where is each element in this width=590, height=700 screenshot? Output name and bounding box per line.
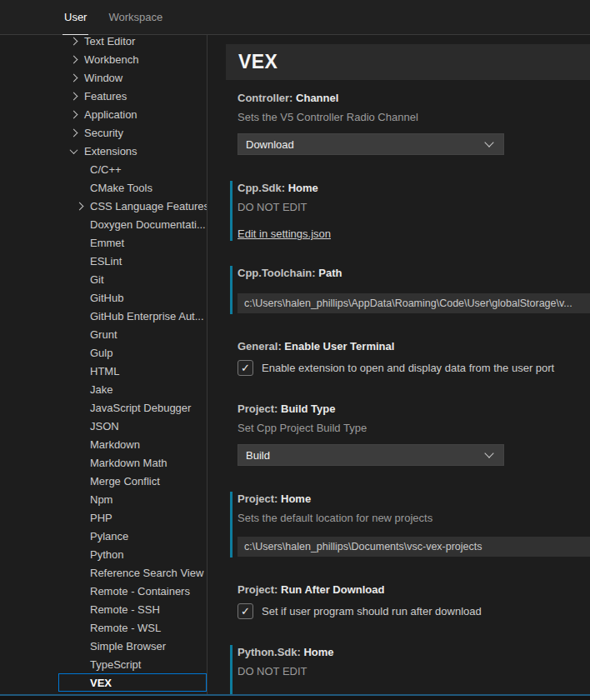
toc-item-jake[interactable]: Jake: [58, 380, 207, 398]
toc-item-php[interactable]: PHP: [58, 508, 207, 527]
setting-checkbox-row-project-run-after-download[interactable]: ✓Set if user program should run after do…: [238, 603, 590, 619]
page-title: VEX: [238, 51, 278, 73]
toc-item-javascript-debugger[interactable]: JavaScript Debugger: [58, 398, 207, 417]
toc-item-label: Jake: [90, 383, 112, 396]
toc-item-label: JavaScript Debugger: [90, 402, 191, 414]
setting-title: Python.Sdk: Home: [238, 646, 590, 658]
toc-item-label: Remote - WSL: [90, 622, 161, 634]
toc-item-label: CMake Tools: [90, 182, 152, 194]
toc-item-grunt[interactable]: Grunt: [58, 325, 207, 343]
toc-item-merge-conflict[interactable]: Merge Conflict: [58, 472, 207, 490]
toc-item-reference-search-view[interactable]: Reference Search View: [58, 563, 207, 582]
setting-general-enable-user-terminal: General: Enable User Terminal✓Enable ext…: [208, 335, 590, 381]
setting-name: Run After Download: [281, 583, 384, 596]
setting-name: Home: [303, 646, 333, 658]
checkbox-checked-icon[interactable]: ✓: [238, 603, 253, 619]
chevron-right-icon[interactable]: [70, 128, 78, 137]
toc-item-label: Npm: [90, 493, 112, 506]
setting-input-cpp-toolchain-path[interactable]: [238, 293, 590, 313]
toc-item-git[interactable]: Git: [58, 270, 207, 288]
toc-item-workbench[interactable]: Workbench: [58, 50, 207, 68]
toc-item-json[interactable]: JSON: [58, 417, 207, 435]
chevron-right-icon[interactable]: [70, 92, 78, 100]
setting-dropdown-controller-channel[interactable]: Download: [238, 133, 504, 155]
toc-item-simple-browser[interactable]: Simple Browser: [58, 637, 207, 655]
setting-category: Project:: [238, 402, 281, 415]
setting-cpp-sdk-home: Cpp.Sdk: HomeDO NOT EDITEdit in settings…: [208, 177, 590, 245]
toc-item-vex[interactable]: VEX: [58, 673, 207, 692]
toc-item-github[interactable]: GitHub: [58, 288, 207, 307]
toc-item-html[interactable]: HTML: [58, 362, 207, 380]
settings-toc: Text EditorWorkbenchWindowFeaturesApplic…: [0, 35, 208, 700]
toc-item-application[interactable]: Application: [58, 105, 207, 123]
dropdown-value: Download: [246, 138, 294, 151]
setting-name: Build Type: [281, 402, 335, 415]
toc-item-python[interactable]: Python: [58, 545, 207, 563]
chevron-right-icon[interactable]: [70, 37, 78, 45]
chevron-right-icon[interactable]: [70, 55, 78, 63]
chevron-right-icon[interactable]: [70, 110, 78, 118]
setting-title: Project: Home: [238, 492, 590, 505]
checkbox-label: Enable extension to open and display dat…: [262, 362, 554, 374]
setting-project-run-after-download: Project: Run After Download✓Set if user …: [208, 578, 590, 624]
checkbox-checked-icon[interactable]: ✓: [238, 360, 253, 376]
setting-input-project-home[interactable]: [238, 537, 590, 557]
toc-item-label: Simple Browser: [90, 640, 166, 652]
setting-category: Cpp.Toolchain:: [238, 267, 318, 279]
toc-item-extensions[interactable]: Extensions: [58, 142, 207, 160]
edit-in-settings-json-link-cpp-sdk-home[interactable]: Edit in settings.json: [238, 228, 331, 240]
tab-user[interactable]: User: [62, 0, 88, 35]
toc-item-remote-containers[interactable]: Remote - Containers: [58, 582, 207, 600]
chevron-right-icon[interactable]: [76, 202, 84, 210]
toc-item-cmake-tools[interactable]: CMake Tools: [58, 178, 207, 197]
toc-item-label: Gulp: [90, 347, 112, 359]
toc-item-window[interactable]: Window: [58, 68, 207, 87]
toc-item-remote-ssh[interactable]: Remote - SSH: [58, 600, 207, 618]
toc-item-pylance[interactable]: Pylance: [58, 527, 207, 545]
chevron-right-icon[interactable]: [70, 73, 78, 82]
toc-item-emmet[interactable]: Emmet: [58, 233, 207, 252]
setting-dropdown-project-build-type[interactable]: Build: [238, 444, 504, 466]
toc-item-markdown-math[interactable]: Markdown Math: [58, 453, 207, 472]
setting-checkbox-row-general-enable-user-terminal[interactable]: ✓Enable extension to open and display da…: [238, 360, 590, 376]
toc-item-text-editor[interactable]: Text Editor: [58, 35, 207, 50]
toc-item-markdown[interactable]: Markdown: [58, 435, 207, 453]
tab-workspace[interactable]: Workspace: [107, 0, 164, 35]
chevron-down-icon[interactable]: [484, 138, 493, 147]
toc-item-security[interactable]: Security: [58, 123, 207, 142]
chevron-down-icon[interactable]: [70, 146, 78, 154]
toc-item-label: Remote - Containers: [90, 585, 190, 598]
toc-item-typescript[interactable]: TypeScript: [58, 655, 207, 673]
toc-item-eslint[interactable]: ESLint: [58, 252, 207, 270]
toc-item-label: VEX: [90, 677, 112, 689]
setting-title: Cpp.Sdk: Home: [238, 182, 590, 194]
setting-name: Enable User Terminal: [284, 340, 394, 352]
setting-cpp-toolchain-path: Cpp.Toolchain: Path: [208, 262, 590, 318]
toc-item-label: PHP: [90, 512, 112, 524]
toc-item-label: Markdown: [90, 438, 140, 451]
toc-item-label: Window: [84, 72, 122, 84]
toc-item-doxygen-documentati[interactable]: Doxygen Documentati...: [58, 215, 207, 233]
setting-controller-channel: Controller: ChannelSets the V5 Controlle…: [208, 87, 590, 160]
toc-item-css-language-features[interactable]: CSS Language Features: [58, 197, 207, 215]
setting-project-build-type: Project: Build TypeSet Cpp Project Build…: [208, 398, 590, 471]
toc-item-label: JSON: [90, 420, 119, 432]
toc-item-github-enterprise-aut[interactable]: GitHub Enterprise Aut...: [58, 307, 207, 325]
toc-item-label: Application: [84, 108, 138, 121]
setting-name: Home: [281, 492, 311, 505]
settings-content: VEX Controller: ChannelSets the V5 Contr…: [208, 35, 590, 700]
chevron-down-icon[interactable]: [484, 448, 493, 458]
toc-item-gulp[interactable]: Gulp: [58, 343, 207, 362]
toc-item-c-c[interactable]: C/C++: [58, 160, 207, 178]
toc-item-npm[interactable]: Npm: [58, 490, 207, 508]
bottom-panel-sash[interactable]: [0, 694, 590, 700]
toc-item-features[interactable]: Features: [58, 87, 207, 105]
toc-item-remote-wsl[interactable]: Remote - WSL: [58, 618, 207, 637]
toc-item-label: Git: [90, 273, 104, 286]
setting-description: Set Cpp Project Build Type: [238, 422, 590, 435]
toc-item-label: Python: [90, 548, 123, 561]
toc-item-label: Security: [84, 127, 123, 139]
toc-item-label: CSS Language Features: [90, 200, 208, 212]
toc-item-label: Doxygen Documentati...: [90, 218, 206, 231]
dropdown-value: Build: [246, 449, 270, 462]
